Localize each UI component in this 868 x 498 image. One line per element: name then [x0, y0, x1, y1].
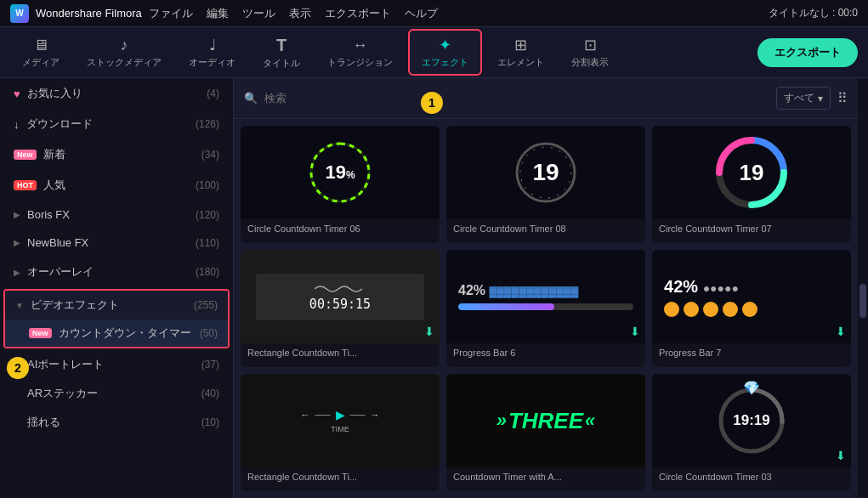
effect-card-rect2[interactable]: ← —— ▶ —— → TIME Rectangle Countdown Ti.… — [241, 374, 440, 491]
effect-label-cc08: Circle Countdown Timer 08 — [446, 219, 645, 238]
title-icon: T — [276, 36, 286, 55]
download-icon: ↓ — [14, 118, 20, 131]
tool-audio[interactable]: ♩ オーディオ — [177, 31, 247, 74]
effect-card-cc08[interactable]: 19 Circle Countdown Timer 08 — [446, 126, 645, 243]
search-icon: 🔍 — [244, 92, 258, 105]
chevron-right-icon3: ▶ — [14, 268, 20, 277]
effect-card-pb6[interactable]: 42% ▓▓▓▓▓▓▓▓▓▓▓▓ ⬇ Progress Bar 6 — [446, 250, 645, 367]
sidebar-item-newbluefx[interactable]: ▶ NewBlue FX (110) — [0, 229, 233, 257]
tool-media[interactable]: 🖥 メディア — [10, 31, 71, 74]
download-icon4: ⬇ — [836, 449, 846, 462]
effect-thumbnail-cc06: 19% — [241, 126, 440, 219]
element-icon: ⊞ — [514, 36, 527, 54]
menu-tools[interactable]: ツール — [242, 6, 275, 21]
download-icon3: ⬇ — [836, 325, 846, 338]
effect-card-cc07[interactable]: 19 Circle Countdown Timer 07 — [652, 126, 851, 243]
toolbar: 🖥 メディア ♪ ストックメディア ♩ オーディオ T タイトル ↔ トランジシ… — [0, 27, 868, 78]
export-button[interactable]: エクスポート — [757, 38, 858, 67]
app-logo: W — [10, 4, 29, 23]
tool-split[interactable]: ⊡ 分割表示 — [559, 31, 621, 74]
chevron-down-icon: ▼ — [15, 301, 24, 310]
effect-label-cc03: Circle Countdown Timer 03 — [652, 467, 851, 486]
effect-label-three: Countdown Timer with A... — [446, 467, 645, 486]
sidebar: ♥ お気に入り (4) ↓ ダウンロード (126) New 新着 (34) H… — [0, 78, 234, 498]
sidebar-item-aiportrait[interactable]: AIポートレート (37) — [0, 350, 233, 379]
sidebar-item-borisfx[interactable]: ▶ Boris FX (120) — [0, 201, 233, 229]
new-badge2: New — [29, 328, 52, 338]
sidebar-item-new[interactable]: New 新着 (34) — [0, 139, 233, 170]
sidebar-item-overlay[interactable]: ▶ オーバーレイ (180) — [0, 257, 233, 287]
download-icon1: ⬇ — [424, 325, 434, 338]
split-icon: ⊡ — [584, 36, 597, 54]
effect-thumbnail-pb6: 42% ▓▓▓▓▓▓▓▓▓▓▓▓ ⬇ — [446, 250, 645, 343]
effect-card-cc03[interactable]: 💎 19:19 ⬇ Circle Countdown Timer 03 — [652, 374, 851, 491]
title-bar-left: W Wondershare Filmora ファイル 編集 ツール 表示 エクス… — [10, 4, 438, 23]
media-icon: 🖥 — [33, 37, 48, 54]
tool-stock[interactable]: ♪ ストックメディア — [75, 31, 173, 74]
title-bar: W Wondershare Filmora ファイル 編集 ツール 表示 エクス… — [0, 0, 868, 27]
effect-label-pb6: Progress Bar 6 — [446, 343, 645, 362]
menu-view[interactable]: 表示 — [289, 6, 311, 21]
sidebar-item-favorites[interactable]: ♥ お気に入り (4) — [0, 78, 233, 109]
tool-effect[interactable]: ✦ エフェクト — [408, 29, 482, 76]
effects-grid: 19% Circle Countdown Timer 06 19 — [234, 119, 858, 498]
sidebar-item-hot[interactable]: HOT 人気 (100) — [0, 170, 233, 201]
sidebar-item-countdown[interactable]: New カウントダウン・タイマー (50) — [5, 320, 228, 347]
wave-svg — [315, 282, 366, 295]
effect-label-rect1: Rectangle Countdown Ti... — [241, 343, 440, 362]
audio-icon: ♩ — [209, 36, 216, 54]
transition-icon: ↔ — [353, 37, 368, 54]
grid-view-button[interactable]: ⠿ — [837, 90, 848, 106]
tool-element[interactable]: ⊞ エレメント — [485, 31, 556, 74]
effect-thumbnail-rect1: 00:59:15 ⬇ — [241, 250, 440, 343]
effect-thumbnail-three: » THREE « — [446, 374, 645, 467]
app-name: Wondershare Filmora — [36, 7, 142, 20]
menu-bar: ファイル 編集 ツール 表示 エクスポート ヘルプ — [149, 6, 438, 21]
right-scrollbar[interactable] — [858, 78, 868, 498]
content-area: 🔍 すべて ▾ ⠿ 19% — [234, 78, 858, 498]
chevron-right-icon: ▶ — [14, 210, 20, 219]
effect-icon: ✦ — [439, 36, 451, 54]
effect-label-cc06: Circle Countdown Timer 06 — [241, 219, 440, 238]
sidebar-item-download[interactable]: ↓ ダウンロード (126) — [0, 109, 233, 139]
effect-thumbnail-cc03: 💎 19:19 ⬇ — [652, 374, 851, 467]
effect-thumbnail-cc08: 19 — [446, 126, 645, 219]
effect-card-pb7[interactable]: 42% ●●●●● ⬇ Progress Bar 7 — [652, 250, 851, 367]
tool-transition[interactable]: ↔ トランジション — [315, 31, 405, 74]
effect-label-rect2: Rectangle Countdown Ti... — [241, 467, 440, 486]
chevron-down-icon2: ▾ — [818, 93, 823, 105]
effect-thumbnail-pb7: 42% ●●●●● ⬇ — [652, 250, 851, 343]
menu-export[interactable]: エクスポート — [325, 6, 391, 21]
video-effects-section: ▼ ビデオエフェクト (255) New カウントダウン・タイマー (50) — [3, 289, 230, 348]
sidebar-item-videoeffects[interactable]: ▼ ビデオエフェクト (255) — [5, 291, 228, 320]
effect-card-three[interactable]: » THREE « Countdown Timer with A... — [446, 374, 645, 491]
filter-dropdown[interactable]: すべて ▾ — [776, 87, 831, 110]
effect-card-cc06[interactable]: 19% Circle Countdown Timer 06 — [241, 126, 440, 243]
annotation-badge-2: 2 — [7, 357, 29, 379]
effect-card-rect1[interactable]: 00:59:15 ⬇ Rectangle Countdown Ti... — [241, 250, 440, 367]
menu-edit[interactable]: 編集 — [207, 6, 229, 21]
effect-thumbnail-cc07: 19 — [652, 126, 851, 219]
hot-badge: HOT — [14, 180, 37, 190]
effect-thumbnail-rect2: ← —— ▶ —— → TIME — [241, 374, 440, 467]
scrollbar-thumb[interactable] — [859, 284, 866, 318]
heart-icon: ♥ — [14, 88, 20, 100]
annotation-badge-1: 1 — [421, 92, 443, 114]
menu-file[interactable]: ファイル — [149, 6, 193, 21]
download-icon2: ⬇ — [630, 325, 640, 338]
title-right: タイトルなし : 00:0 — [769, 6, 858, 20]
sidebar-item-shaking[interactable]: 揺れる (10) — [0, 408, 233, 437]
menu-help[interactable]: ヘルプ — [405, 6, 438, 21]
sidebar-item-arsticker[interactable]: ARステッカー (40) — [0, 379, 233, 408]
new-badge: New — [14, 150, 37, 160]
main-layout: ♥ お気に入り (4) ↓ ダウンロード (126) New 新着 (34) H… — [0, 78, 868, 498]
search-input[interactable] — [264, 92, 769, 105]
chevron-right-icon2: ▶ — [14, 238, 20, 247]
effect-label-pb7: Progress Bar 7 — [652, 343, 851, 362]
effect-label-cc07: Circle Countdown Timer 07 — [652, 219, 851, 238]
tool-title[interactable]: T タイトル — [251, 31, 312, 75]
stock-icon: ♪ — [121, 37, 128, 54]
search-bar: 🔍 すべて ▾ ⠿ — [234, 78, 858, 119]
